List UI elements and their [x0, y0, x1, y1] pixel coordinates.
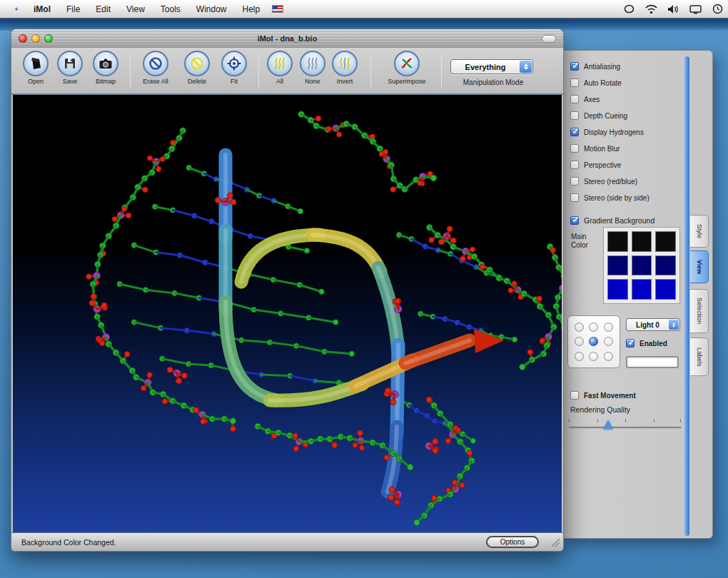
light-position-grid: [567, 315, 620, 368]
slider-thumb[interactable]: [603, 420, 613, 429]
light-position-radio[interactable]: [589, 323, 598, 332]
color-swatch[interactable]: [607, 255, 628, 276]
enabled-checkbox[interactable]: [626, 339, 635, 348]
motion-blur-checkbox[interactable]: [570, 144, 579, 153]
molecule-viewport[interactable]: [13, 95, 562, 532]
manipulation-mode-select[interactable]: Everything: [450, 59, 533, 74]
clock-icon[interactable]: [711, 3, 724, 16]
color-swatch[interactable]: [632, 255, 652, 276]
light-position-radio[interactable]: [575, 337, 584, 346]
tab-style[interactable]: Style: [690, 215, 709, 248]
resize-grip[interactable]: [549, 536, 560, 547]
motion-blur-label: Motion Blur: [584, 145, 620, 153]
row-display-hydrogens[interactable]: Display Hydrogens: [570, 126, 644, 138]
light-select[interactable]: Light 0: [626, 318, 680, 331]
color-swatch[interactable]: [607, 279, 628, 300]
color-swatch[interactable]: [655, 231, 676, 252]
tab-view[interactable]: View: [690, 250, 709, 283]
save-button[interactable]: Save: [51, 51, 89, 85]
open-icon: [28, 56, 44, 71]
light-position-radio[interactable]: [589, 337, 598, 346]
toolbar-toggle-button[interactable]: [542, 35, 556, 43]
menu-item-tools[interactable]: Tools: [153, 0, 188, 18]
depth-cueing-checkbox[interactable]: [570, 111, 579, 120]
menu-item-help[interactable]: Help: [235, 0, 268, 18]
select-invert-button[interactable]: Invert: [326, 51, 363, 85]
enabled-label: Enabled: [639, 340, 667, 348]
menu-item-window[interactable]: Window: [188, 0, 235, 18]
auto-rotate-checkbox[interactable]: [570, 78, 579, 87]
close-button[interactable]: [19, 34, 27, 43]
perspective-checkbox[interactable]: [570, 161, 579, 169]
apple-menu[interactable]: [7, 0, 26, 18]
input-language-flag-icon[interactable]: [272, 5, 283, 13]
rendering-quality-label: Rendering Quality: [570, 405, 630, 414]
rendering-quality-slider[interactable]: [569, 416, 682, 435]
row-auto-rotate[interactable]: Auto Rotate: [570, 77, 622, 88]
antialiasing-checkbox[interactable]: [570, 62, 579, 71]
gradient-background-checkbox[interactable]: [570, 216, 579, 225]
fit-icon: [226, 56, 242, 71]
erase-all-button[interactable]: Erase All: [137, 51, 174, 85]
fit-button[interactable]: Fit: [216, 51, 253, 85]
menu-item-edit[interactable]: Edit: [88, 0, 118, 18]
light-color-well[interactable]: [626, 356, 679, 368]
row-enabled[interactable]: Enabled: [626, 338, 667, 349]
open-button[interactable]: Open: [17, 51, 54, 85]
light-position-radio[interactable]: [589, 352, 598, 361]
menu-item-imol[interactable]: iMol: [26, 0, 59, 18]
row-axes[interactable]: Axes: [570, 93, 600, 105]
light-position-radio[interactable]: [575, 352, 584, 361]
bitmap-button[interactable]: Bitmap: [87, 51, 124, 85]
light-position-radio[interactable]: [604, 352, 613, 361]
tab-selection[interactable]: Selection: [690, 289, 709, 333]
row-perspective[interactable]: Perspective: [570, 159, 621, 171]
row-fast-movement[interactable]: Fast Movement: [570, 390, 636, 401]
display-icon[interactable]: [689, 3, 702, 16]
row-antialiasing[interactable]: Antialiasing: [570, 61, 620, 72]
display-hydrogens-checkbox[interactable]: [570, 128, 579, 136]
color-swatch[interactable]: [655, 279, 676, 300]
row-gradient-background[interactable]: Gradient Background: [570, 215, 654, 226]
row-stereo-redblue[interactable]: Stereo (red/blue): [570, 176, 637, 187]
circle-icon[interactable]: [622, 3, 635, 16]
manipulation-mode-label: Manipulation Mode: [433, 78, 554, 86]
delete-button[interactable]: Delete: [178, 51, 216, 85]
color-swatch[interactable]: [607, 231, 628, 252]
superimpose-button[interactable]: Superimpose: [384, 51, 430, 85]
imol-window: iMol - dna_b.bio Open Save Bitmap Erase …: [11, 29, 564, 552]
wifi-icon[interactable]: [644, 3, 657, 16]
color-swatch[interactable]: [632, 231, 652, 252]
axes-checkbox[interactable]: [570, 95, 579, 103]
light-position-radio[interactable]: [604, 323, 613, 332]
color-swatch[interactable]: [655, 255, 676, 276]
antialiasing-label: Antialiasing: [584, 63, 620, 71]
stereo-redblue-checkbox[interactable]: [570, 177, 579, 186]
slider-track[interactable]: [569, 427, 682, 429]
main-color-label: MainColor: [571, 233, 588, 250]
tab-labels[interactable]: Labels: [690, 338, 709, 376]
drawer-scrollbar[interactable]: [684, 56, 689, 536]
title-bar[interactable]: iMol - dna_b.bio: [11, 29, 563, 48]
row-motion-blur[interactable]: Motion Blur: [570, 143, 620, 154]
delete-icon: [189, 56, 205, 71]
select-none-icon: [305, 56, 320, 71]
erase-all-icon: [148, 56, 163, 71]
volume-icon[interactable]: [667, 3, 679, 16]
minimize-button[interactable]: [31, 34, 40, 43]
light-select-value: Light 0: [627, 321, 669, 329]
row-depth-cueing[interactable]: Depth Cueing: [570, 110, 627, 121]
select-all-button[interactable]: All: [261, 51, 298, 85]
menu-item-file[interactable]: File: [59, 0, 88, 18]
color-swatch[interactable]: [632, 279, 652, 300]
row-stereo-sidebyside[interactable]: Stereo (side by side): [570, 192, 649, 203]
options-button[interactable]: Options: [486, 536, 539, 548]
light-position-radio[interactable]: [575, 323, 584, 332]
fast-movement-checkbox[interactable]: [570, 391, 579, 400]
light-position-radio[interactable]: [604, 337, 613, 346]
menu-item-view[interactable]: View: [118, 0, 153, 18]
stereo-sidebyside-checkbox[interactable]: [570, 193, 579, 202]
display-hydrogens-label: Display Hydrogens: [584, 128, 644, 136]
depth-cueing-label: Depth Cueing: [584, 112, 627, 120]
zoom-button[interactable]: [44, 34, 53, 43]
